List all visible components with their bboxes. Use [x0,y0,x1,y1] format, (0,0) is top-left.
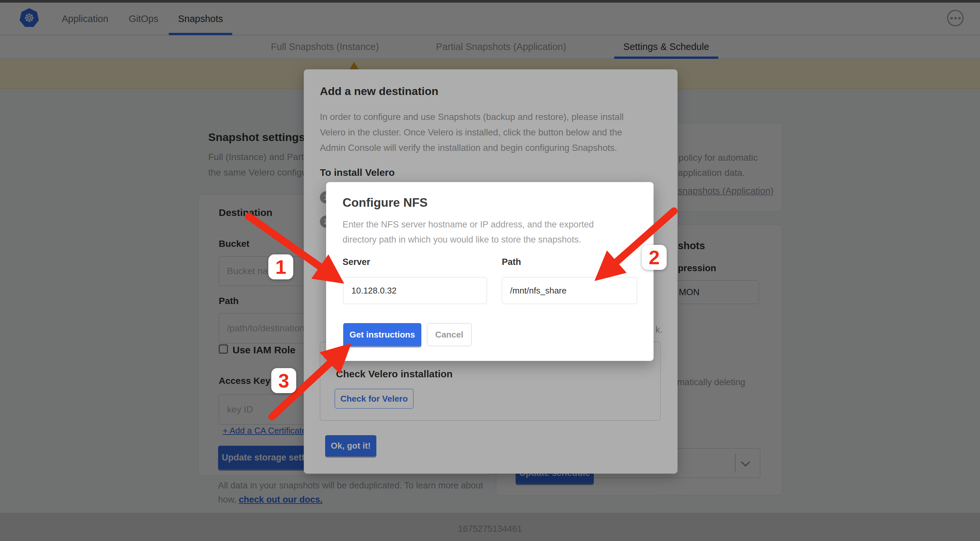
get-instructions-button[interactable]: Get instructions [343,323,422,346]
nfs-path-label: Path [502,257,521,267]
screen: ☸ Application GitOps Snapshots Full Snap… [0,0,980,541]
cancel-button[interactable]: Cancel [427,323,472,346]
nfs-modal-title: Configure NFS [342,196,428,210]
server-input-wrap [343,277,487,304]
configure-nfs-modal: Configure NFS Enter the NFS server hostn… [326,182,654,361]
server-input[interactable] [344,278,487,304]
nfs-desc-line1: Enter the NFS server hostname or IP addr… [342,220,594,230]
nfs-desc-line2: directory path in which you would like t… [342,235,581,245]
server-label: Server [342,257,370,267]
nfs-path-input-wrap [502,277,637,304]
nfs-path-input[interactable] [502,278,637,304]
